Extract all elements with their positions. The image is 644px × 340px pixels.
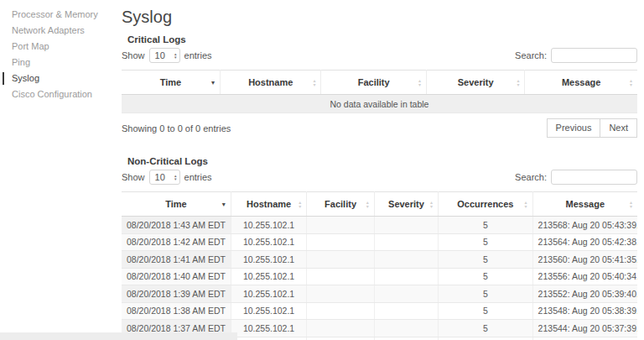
sidebar-item-processor-memory[interactable]: Processor & Memory	[0, 7, 117, 23]
next-button[interactable]: Next	[600, 118, 637, 138]
page-bottom-edge	[0, 332, 237, 340]
cell-facility	[307, 302, 375, 320]
sidebar-item-syslog[interactable]: Syslog	[0, 71, 117, 86]
sort-icon: ▴▾	[430, 201, 433, 208]
cell-message: 213544: Aug 20 05:37:39.957: …	[532, 320, 637, 337]
critical-logs-table: Time▾Hostname▴▾Facility▴▾Severity▴▾Messa…	[122, 70, 637, 113]
cell-time: 08/20/2018 1:39 AM EDT	[122, 285, 231, 303]
cell-occurrences: 5	[439, 337, 533, 340]
column-header-time[interactable]: Time▾	[122, 192, 231, 217]
cell-severity	[374, 251, 438, 269]
syslog-page: Processor & MemoryNetwork AdaptersPort M…	[0, 0, 644, 340]
sidebar-item-port-map[interactable]: Port Map	[0, 39, 117, 55]
noncritical-search-control: Search:	[515, 170, 637, 185]
cell-time: 08/20/2018 1:40 AM EDT	[122, 268, 231, 285]
sidebar-item-label: Processor & Memory	[12, 9, 98, 19]
sort-icon: ▴▾	[366, 201, 369, 208]
cell-time: 08/20/2018 1:38 AM EDT	[122, 302, 231, 320]
page-size-value: 10	[155, 172, 165, 182]
noncritical-search-input[interactable]	[551, 170, 637, 185]
cell-hostname: 10.255.102.1	[231, 268, 306, 285]
previous-button[interactable]: Previous	[547, 118, 601, 138]
cell-time: 08/20/2018 1:42 AM EDT	[122, 233, 231, 251]
sidebar-item-label: Port Map	[12, 41, 49, 51]
log-row: 08/20/2018 1:38 AM EDT10.255.102.1521354…	[122, 302, 637, 320]
cell-facility	[307, 268, 375, 285]
sort-icon: ▴▾	[418, 79, 421, 86]
sidebar-item-label: Syslog	[12, 73, 39, 83]
sort-icon: ▴▾	[630, 201, 632, 208]
column-header-severity[interactable]: Severity▴▾	[426, 71, 524, 95]
column-label: Hostname	[248, 77, 293, 87]
cell-severity	[374, 285, 438, 303]
sidebar-item-cisco-configuration[interactable]: Cisco Configuration	[0, 86, 117, 102]
column-label: Message	[566, 199, 605, 209]
noncritical-logs-section: Non-Critical Logs Show 10 ▴▾ entries Sea…	[122, 155, 637, 340]
sidebar-item-label: Cisco Configuration	[12, 89, 92, 99]
column-header-time[interactable]: Time▾	[122, 71, 220, 95]
cell-occurrences: 5	[439, 251, 533, 269]
column-header-hostname[interactable]: Hostname▴▾	[220, 71, 321, 95]
column-header-occurrences[interactable]: Occurrences▴▾	[439, 192, 533, 217]
column-label: Message	[562, 77, 600, 87]
cell-hostname: 10.255.102.1	[231, 337, 306, 340]
cell-hostname: 10.255.102.1	[231, 233, 306, 251]
column-header-severity[interactable]: Severity▴▾	[374, 192, 438, 217]
column-label: Time	[160, 77, 181, 87]
column-header-facility[interactable]: Facility▴▾	[321, 71, 426, 95]
critical-length-control: Show 10 ▴▾ entries	[122, 48, 212, 63]
entries-label: entries	[184, 172, 212, 182]
sidebar-item-label: Network Adapters	[12, 25, 85, 35]
cell-occurrences: 5	[439, 285, 533, 303]
critical-search-control: Search:	[515, 48, 637, 63]
cell-message: 213556: Aug 20 05:40:34.832: …	[532, 268, 637, 285]
cell-message: 213564: Aug 20 05:42:38.816: …	[532, 233, 637, 251]
sidebar-item-network-adapters[interactable]: Network Adapters	[0, 23, 117, 39]
sidebar-item-ping[interactable]: Ping	[0, 55, 117, 71]
cell-occurrences: 5	[439, 302, 533, 320]
sidebar-nav: Processor & MemoryNetwork AdaptersPort M…	[0, 0, 117, 102]
main-content: Syslog Critical Logs Show 10 ▴▾ entries …	[122, 0, 637, 340]
cell-facility	[307, 217, 375, 234]
cell-facility	[307, 251, 375, 269]
cell-hostname: 10.255.102.1	[231, 320, 306, 337]
page-size-select[interactable]: 10 ▴▾	[149, 170, 180, 185]
cell-time: 08/20/2018 1:43 AM EDT	[122, 217, 231, 234]
empty-message: No data available in table	[122, 95, 637, 113]
cell-message: 213540: Aug 20 05:36:37.667: …	[532, 337, 637, 340]
cell-facility	[307, 233, 375, 251]
cell-severity	[374, 233, 438, 251]
log-row: 08/20/2018 1:41 AM EDT10.255.102.1521356…	[122, 251, 637, 269]
critical-logs-section: Critical Logs Show 10 ▴▾ entries Search:	[122, 34, 637, 138]
sort-icon: ▴▾	[517, 79, 519, 86]
noncritical-logs-title: Non-Critical Logs	[127, 155, 637, 167]
column-header-facility[interactable]: Facility▴▾	[307, 192, 375, 217]
cell-hostname: 10.255.102.1	[231, 285, 306, 303]
cell-severity	[374, 337, 438, 340]
cell-hostname: 10.255.102.1	[231, 302, 306, 320]
column-label: Occurrences	[457, 199, 513, 209]
sort-desc-icon: ▾	[211, 79, 215, 86]
pagination: Previous Next	[547, 118, 637, 138]
sort-icon: ▴▾	[313, 79, 315, 86]
column-header-message[interactable]: Message▴▾	[525, 71, 637, 95]
page-title: Syslog	[122, 7, 637, 27]
sort-icon: ▴▾	[299, 201, 301, 208]
noncritical-logs-table: Time▾Hostname▴▾Facility▴▾Severity▴▾Occur…	[122, 191, 637, 340]
critical-table-footer: Showing 0 to 0 of 0 entries Previous Nex…	[122, 118, 637, 138]
column-header-message[interactable]: Message▴▾	[532, 192, 637, 217]
column-header-hostname[interactable]: Hostname▴▾	[231, 192, 306, 217]
noncritical-table-controls: Show 10 ▴▾ entries Search:	[122, 169, 637, 186]
cell-message: 213552: Aug 20 05:39:40.687: …	[532, 285, 637, 303]
sort-icon: ▴▾	[630, 79, 632, 86]
sort-icon: ▴▾	[525, 201, 527, 208]
table-info: Showing 0 to 0 of 0 entries	[122, 123, 231, 133]
entries-label: entries	[184, 50, 212, 60]
sidebar-item-label: Ping	[12, 57, 30, 67]
page-size-select[interactable]: 10 ▴▾	[149, 48, 180, 63]
critical-search-input[interactable]	[551, 48, 637, 63]
cell-message: 213548: Aug 20 05:38:39.076: …	[532, 302, 637, 320]
critical-table-controls: Show 10 ▴▾ entries Search:	[122, 47, 637, 64]
critical-logs-title: Critical Logs	[127, 34, 637, 45]
page-size-value: 10	[155, 50, 165, 60]
